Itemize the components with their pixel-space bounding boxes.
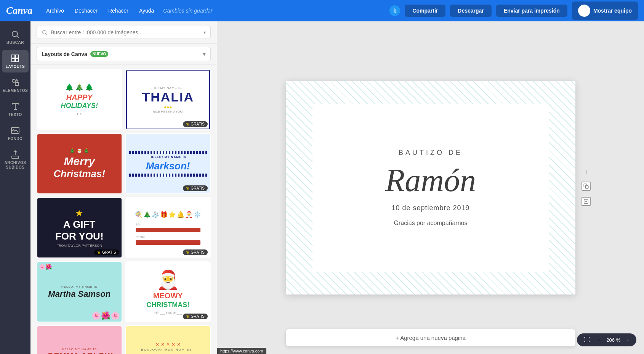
template-text: GEMMA ARLOW	[46, 351, 112, 354]
svg-marker-8	[15, 79, 18, 82]
sidebar-item-elementos[interactable]: ELEMENTOS	[2, 74, 29, 97]
zoom-out-button[interactable]: −	[595, 336, 603, 344]
sidebar-item-texto[interactable]: TEXTO	[2, 98, 29, 121]
sidebar-item-archivos[interactable]: ARCHIVOS SUBIDOS	[2, 146, 29, 174]
gratis-badge: ♛ GRATIS	[183, 185, 208, 191]
menu-deshacer[interactable]: Deshacer	[72, 6, 101, 15]
uploads-icon	[11, 150, 20, 159]
svg-point-6	[12, 79, 15, 82]
template-text: HELLO! MY NAME IS	[150, 155, 186, 159]
menu-ayuda[interactable]: Ayuda	[136, 6, 157, 15]
b-badge: b	[389, 5, 400, 16]
template-meowy-christmas[interactable]: 🎅 MEOWY CHRISTMAS! TO: ___ FROM: ___ ♛ G…	[125, 261, 211, 322]
zoom-level-display[interactable]: 206 %	[606, 337, 621, 343]
team-button[interactable]: Mostrar equipo	[572, 2, 638, 20]
svg-rect-12	[12, 156, 19, 158]
sidebar-item-label: LAYOUTS	[6, 64, 25, 69]
sidebar-item-label: TEXTO	[8, 113, 22, 117]
template-text: CHRISTMAS!	[146, 301, 189, 309]
gratis-badge: ♛ GRATIS	[183, 314, 208, 319]
status-bar: https://www.canva.com	[217, 348, 266, 354]
template-cassandra[interactable]: ✕✕✕✕✕ BONJOUR! MON NOM EST CASSANDRA ✕✕✕…	[125, 325, 211, 354]
bautizo-label: BAUTIZO DE	[399, 149, 463, 157]
status-url: https://www.canva.com	[220, 349, 263, 353]
chevron-down-icon: ▾	[203, 30, 206, 35]
zoom-controls: ⛶ − 206 % +	[577, 333, 636, 346]
menu-rehacer[interactable]: Rehacer	[105, 6, 131, 15]
add-page-label: + Agrega una nueva página	[396, 335, 466, 341]
date-label[interactable]: 10 de septiembre 2019	[391, 204, 469, 212]
template-happy-holidays[interactable]: 🌲🎄🌲 HAPPY HOLIDAYS! TO:	[37, 69, 122, 130]
search-area: ▾	[30, 21, 217, 44]
background-icon	[11, 126, 20, 135]
add-page-icon[interactable]	[582, 197, 591, 206]
copy-page-icon[interactable]	[582, 182, 591, 191]
print-button[interactable]: Enviar para impresión	[496, 5, 567, 17]
template-martha-samson[interactable]: 🌸🌺 HELLO, MY NAME IS Martha Samson 🌸🌺🌸	[37, 261, 122, 322]
layouts-label-text: Layouts de Canva	[42, 51, 87, 57]
menu-archivo[interactable]: Archivo	[43, 6, 67, 15]
avatar	[578, 5, 590, 17]
template-merry-christmas[interactable]: 🎄 🎅 🎄 Merry Christmas!	[37, 133, 122, 194]
template-text: 🎅	[157, 269, 179, 291]
template-text: MEOWY	[153, 291, 183, 300]
template-text: HELLO MY NAME IS	[62, 348, 97, 351]
fullscreen-icon[interactable]: ⛶	[582, 336, 592, 344]
chevron-down-icon: ▾	[203, 50, 206, 58]
top-navigation: Canva Archivo Deshacer Rehacer Ayuda Cam…	[0, 0, 644, 21]
sidebar-item-label: FONDO	[8, 137, 23, 141]
svg-point-0	[12, 31, 18, 37]
layouts-dropdown[interactable]: Layouts de Canva NUEVO ▾	[37, 47, 211, 61]
template-text: NICE MEETING YOU!	[153, 110, 183, 113]
elements-icon	[11, 78, 20, 87]
sidebar-item-fondo[interactable]: FONDO	[2, 122, 29, 145]
template-text: BONJOUR! MON NOM EST	[141, 348, 195, 351]
template-christmas-icons[interactable]: 🍭🎄🧦 🎁⭐🔔 🎅❄️ TO: FROM: ♛ GRATIS	[125, 197, 211, 258]
search-wrapper[interactable]: ▾	[37, 26, 211, 39]
sidebar-item-label: ELEMENTOS	[3, 88, 28, 93]
svg-rect-15	[585, 185, 588, 188]
svg-point-13	[43, 31, 46, 34]
templates-grid: 🌲🎄🌲 HAPPY HOLIDAYS! TO: HI! MY NAME IS T…	[30, 64, 217, 354]
page-sidebar: 1	[582, 169, 591, 206]
template-gemma-arlow[interactable]: HELLO MY NAME IS GEMMA ARLOW ✦ NICE TO M…	[37, 325, 122, 354]
canva-logo[interactable]: Canva	[6, 5, 32, 16]
sidebar-item-label: BUSCAR	[6, 40, 24, 45]
template-text: Markson!	[146, 160, 190, 172]
nuevo-badge: NUEVO	[90, 51, 109, 57]
search-icon	[11, 30, 20, 39]
template-text: TO:	[77, 112, 82, 116]
search-input[interactable]	[51, 29, 200, 35]
template-markson[interactable]: HELLO! MY NAME IS Markson! ♛ GRATIS	[125, 133, 211, 194]
template-thalia[interactable]: HI! MY NAME IS THALIA ●●● NICE MEETING Y…	[125, 69, 211, 130]
sidebar-item-layouts[interactable]: LAYOUTS	[2, 50, 29, 72]
download-button[interactable]: Descargar	[450, 5, 492, 17]
sidebar-item-buscar[interactable]: BUSCAR	[2, 26, 29, 48]
svg-line-1	[17, 36, 19, 38]
add-page-bar[interactable]: + Agrega una nueva página	[286, 329, 575, 346]
main-layout: BUSCAR LAYOUTS ELEMENTOS TEXTO FONDO	[0, 21, 644, 354]
canvas-wrapper: BAUTIZO DE Ramón 10 de septiembre 2019 G…	[286, 81, 575, 294]
sidebar-icons: BUSCAR LAYOUTS ELEMENTOS TEXTO FONDO	[0, 21, 30, 354]
zoom-in-button[interactable]: +	[624, 336, 632, 344]
unsaved-indicator: Cambios sin guardar	[163, 8, 212, 14]
canvas-area: BAUTIZO DE Ramón 10 de septiembre 2019 G…	[217, 21, 644, 354]
svg-rect-5	[16, 59, 19, 62]
gratis-badge: ♛ GRATIS	[183, 121, 208, 127]
name-label[interactable]: Ramón	[385, 164, 476, 196]
gratis-badge: ♛ GRATIS	[94, 249, 119, 255]
svg-rect-7	[15, 82, 18, 85]
template-text: A GIFTFOR YOU!	[55, 219, 104, 242]
svg-rect-4	[12, 59, 15, 62]
search-icon	[42, 29, 48, 35]
layouts-header: Layouts de Canva NUEVO ▾	[30, 44, 217, 64]
template-text: FROM TAYLOR PATTERSON	[56, 244, 102, 248]
design-canvas[interactable]: BAUTIZO DE Ramón 10 de septiembre 2019 G…	[286, 81, 575, 294]
template-text: HI! MY NAME IS	[154, 86, 182, 90]
svg-line-14	[46, 34, 47, 35]
thanks-label: Gracias por acompañarnos	[394, 220, 468, 227]
template-text: HAPPY	[66, 93, 93, 102]
template-text: HOLIDAYS!	[61, 102, 98, 110]
share-button[interactable]: Compartir	[405, 5, 445, 17]
template-gift-for-you[interactable]: ★ A GIFTFOR YOU! FROM TAYLOR PATTERSON ♛…	[37, 197, 122, 258]
